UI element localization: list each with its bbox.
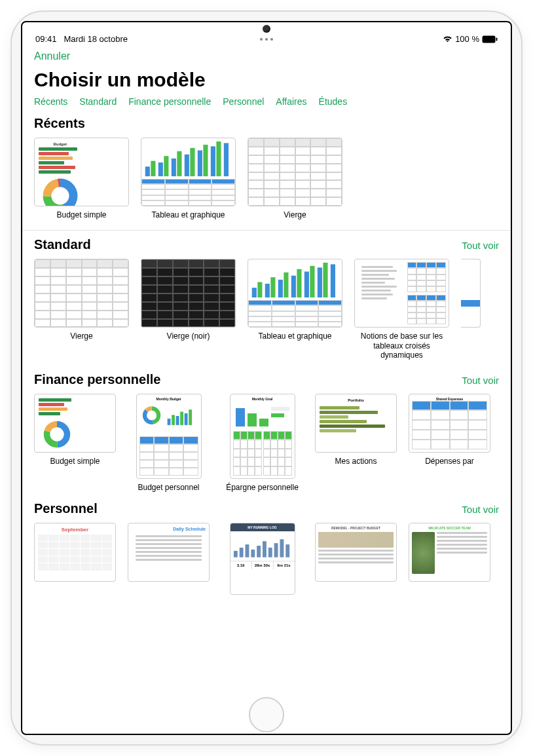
svg-rect-13 xyxy=(190,148,194,176)
template-label: Mes actions xyxy=(315,457,397,466)
tab-standard[interactable]: Standard xyxy=(79,96,117,107)
template-label: Budget simple xyxy=(34,210,129,219)
see-all-finance[interactable]: Tout voir xyxy=(462,375,499,386)
svg-rect-56 xyxy=(268,548,272,558)
tab-business[interactable]: Affaires xyxy=(276,96,306,107)
svg-rect-49 xyxy=(271,413,284,417)
content-area: Annuler Choisir un modèle Récents Standa… xyxy=(22,47,511,727)
see-all-standard[interactable]: Tout voir xyxy=(462,240,499,251)
status-left: 09:41 Mardi 18 octobre xyxy=(35,34,128,44)
svg-rect-8 xyxy=(158,162,163,176)
divider xyxy=(22,230,511,231)
thumbnail xyxy=(248,259,342,328)
template-label: Tableau et graphique xyxy=(248,331,342,341)
svg-rect-1 xyxy=(496,37,498,41)
thumbnail: Portfolio xyxy=(315,394,397,453)
svg-rect-52 xyxy=(245,544,249,558)
template-personal-budget[interactable]: Monthly Budget xyxy=(128,394,210,492)
template-budget-simple[interactable]: Budget simple xyxy=(34,394,116,492)
tab-education[interactable]: Études xyxy=(319,96,348,107)
template-stocks[interactable]: Portfolio Mes actions xyxy=(315,394,397,492)
svg-rect-11 xyxy=(177,151,181,176)
thumbnail: Daily Schedule xyxy=(128,523,210,582)
home-button[interactable] xyxy=(249,697,284,732)
svg-rect-50 xyxy=(233,551,237,558)
template-daily-schedule[interactable]: Daily Schedule xyxy=(128,523,210,582)
template-remodel-budget[interactable]: REMODEL · PROJECT BUDGET xyxy=(315,523,397,582)
thumbnail xyxy=(354,259,449,328)
svg-rect-24 xyxy=(284,273,288,297)
page-title: Choisir un modèle xyxy=(34,69,499,91)
thumbnail xyxy=(34,259,129,328)
battery-percent: 100 % xyxy=(455,34,479,44)
svg-rect-31 xyxy=(331,265,335,298)
svg-rect-42 xyxy=(180,411,183,425)
template-partial[interactable] xyxy=(461,259,481,360)
section-header-recents: Récents xyxy=(34,116,499,131)
front-camera xyxy=(263,25,270,33)
template-blank[interactable]: Vierge xyxy=(34,259,129,360)
thumbnail: WILDCATS SOCCER TEAM xyxy=(409,523,490,582)
svg-rect-9 xyxy=(164,156,168,176)
svg-rect-21 xyxy=(265,284,270,297)
thumbnail: September xyxy=(34,523,116,582)
svg-rect-26 xyxy=(297,269,301,297)
screen: 09:41 Mardi 18 octobre 100 % Annuler Cho… xyxy=(21,21,512,735)
svg-rect-28 xyxy=(310,266,314,297)
section-header-finance: Finance personnelle Tout voir xyxy=(34,372,499,387)
thumbnail: Budget xyxy=(34,138,129,206)
section-header-standard: Standard Tout voir xyxy=(34,237,499,252)
status-time: 09:41 xyxy=(35,34,57,44)
svg-rect-15 xyxy=(203,145,208,176)
template-label: Notions de base sur les tableaux croisés… xyxy=(354,331,449,360)
svg-rect-53 xyxy=(251,550,255,558)
svg-rect-12 xyxy=(185,155,189,176)
status-bar: 09:41 Mardi 18 octobre 100 % xyxy=(22,34,511,47)
svg-rect-22 xyxy=(270,278,275,298)
svg-rect-55 xyxy=(263,541,266,558)
svg-rect-58 xyxy=(280,539,284,557)
template-label: Vierge (noir) xyxy=(141,331,236,341)
template-chart-table[interactable]: Tableau et graphique xyxy=(141,138,236,219)
thumbnail xyxy=(141,259,236,328)
tab-recents[interactable]: Récents xyxy=(34,96,67,107)
template-budget-simple[interactable]: Budget xyxy=(34,138,129,219)
status-right: 100 % xyxy=(443,34,498,44)
thumbnail: REMODEL · PROJECT BUDGET xyxy=(315,523,397,582)
thumbnail: MY RUNNING LOG 3.19 28m 30s 9m 21s xyxy=(230,523,295,595)
template-calendar[interactable]: September xyxy=(34,523,116,582)
svg-rect-57 xyxy=(274,543,278,558)
template-team-roster[interactable]: WILDCATS SOCCER TEAM xyxy=(409,523,490,582)
multitasking-dots-icon[interactable] xyxy=(260,38,273,41)
template-personal-savings[interactable]: Monthly Goal xyxy=(221,394,303,492)
svg-rect-29 xyxy=(318,268,322,298)
template-chart-table[interactable]: Tableau et graphique xyxy=(248,259,342,360)
thumbnail: Shared Expenses xyxy=(409,394,490,453)
tab-finance[interactable]: Finance personnelle xyxy=(128,96,211,107)
cancel-button[interactable]: Annuler xyxy=(34,50,70,62)
template-blank[interactable]: Vierge xyxy=(248,138,342,219)
row-standard: Vierge xyxy=(34,259,499,364)
section-title-recents: Récents xyxy=(34,116,85,131)
svg-rect-19 xyxy=(252,288,257,298)
svg-rect-40 xyxy=(172,415,175,425)
section-title-finance: Finance personnelle xyxy=(34,372,160,387)
section-title-personal: Personnel xyxy=(34,501,98,516)
svg-rect-51 xyxy=(239,548,243,558)
template-pivot-basics[interactable]: Notions de base sur les tableaux croisés… xyxy=(354,259,449,360)
svg-rect-23 xyxy=(278,280,283,297)
svg-rect-16 xyxy=(211,146,215,176)
svg-rect-6 xyxy=(145,166,150,176)
tab-personal[interactable]: Personnel xyxy=(223,96,264,107)
template-label: Budget personnel xyxy=(128,483,210,492)
see-all-personal[interactable]: Tout voir xyxy=(462,504,499,515)
wifi-icon xyxy=(443,35,452,43)
svg-rect-18 xyxy=(224,143,229,176)
svg-rect-14 xyxy=(198,151,202,177)
template-blank-dark[interactable]: Vierge (noir) xyxy=(141,259,236,360)
template-running-log[interactable]: MY RUNNING LOG 3.19 28m 30s 9m 21s xyxy=(221,523,303,595)
svg-rect-43 xyxy=(184,413,187,425)
template-shared-expenses[interactable]: Shared Expenses Dépenses par xyxy=(409,394,490,492)
template-label: Vierge xyxy=(248,210,342,219)
thumbnail xyxy=(141,138,236,206)
